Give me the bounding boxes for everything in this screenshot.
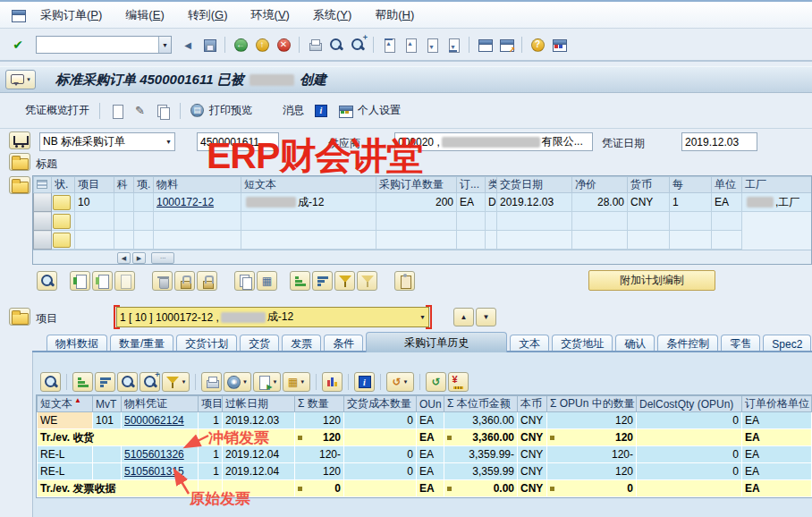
- copy-document-icon[interactable]: [150, 101, 175, 121]
- duplicate-icon[interactable]: [234, 271, 255, 291]
- sort-asc-icon[interactable]: [72, 372, 93, 392]
- print-preview-button[interactable]: ▤打印预览: [185, 100, 258, 121]
- layout-icon[interactable]: ▦▼: [283, 372, 310, 392]
- customize-icon[interactable]: [549, 35, 569, 55]
- new-session-icon[interactable]: [475, 35, 495, 55]
- column-header-opun-quantity[interactable]: Σ OPUn 中的数量: [547, 396, 637, 412]
- previous-item-button[interactable]: ▲: [453, 308, 474, 326]
- material-document-link[interactable]: 5000062124: [124, 414, 184, 427]
- next-item-button[interactable]: ▼: [476, 308, 496, 326]
- column-header[interactable]: 工厂: [742, 177, 812, 193]
- last-page-icon[interactable]: ▼: [444, 35, 463, 55]
- exit-icon[interactable]: ↑: [252, 35, 272, 55]
- unlock-icon[interactable]: [197, 271, 217, 291]
- scroll-right-icon[interactable]: ▶: [132, 252, 146, 264]
- find-next-icon[interactable]: +: [348, 35, 368, 55]
- item-display-icon[interactable]: [92, 271, 113, 291]
- column-header-delcost-qty-opun[interactable]: DelCostQty (OPUn): [637, 396, 742, 412]
- tab-po-history[interactable]: 采购订单历史: [366, 332, 507, 352]
- column-header-posting-date[interactable]: 过帐日期: [223, 396, 295, 412]
- menu-item[interactable]: 编辑(E): [114, 7, 175, 23]
- first-page-icon[interactable]: ▲: [379, 35, 399, 55]
- tab-spec2000[interactable]: Spec2: [763, 335, 811, 352]
- column-header[interactable]: 交货日期: [497, 177, 572, 193]
- filter-icon[interactable]: [334, 271, 355, 291]
- column-header[interactable]: 订...: [457, 177, 486, 193]
- status-cell[interactable]: [52, 231, 75, 250]
- sort-asc-icon[interactable]: [290, 271, 310, 291]
- shortcut-icon[interactable]: ↗: [496, 35, 516, 55]
- clipboard-icon[interactable]: [394, 271, 415, 291]
- scrollbar-grip[interactable]: ∙∙∙: [151, 252, 174, 264]
- sort-desc-icon[interactable]: [312, 271, 333, 291]
- item-selector-combo[interactable]: 1 [ 10 ] 1000172-12 , 成-12 ▼: [116, 307, 429, 327]
- find-icon[interactable]: [117, 372, 138, 392]
- scroll-left-icon[interactable]: ◀: [117, 252, 131, 264]
- detail-mag-icon[interactable]: [40, 372, 61, 392]
- previous-page-icon[interactable]: ▲: [401, 35, 420, 55]
- column-header-quantity[interactable]: Σ 数量: [295, 396, 344, 412]
- menu-item[interactable]: 环境(V): [240, 7, 301, 23]
- column-header-order-unit[interactable]: OUn: [417, 396, 444, 412]
- gos-menu-button[interactable]: ▼: [5, 70, 36, 89]
- column-header[interactable]: 项目: [75, 177, 114, 193]
- column-header-item[interactable]: 项目: [199, 396, 223, 412]
- column-header[interactable]: 单位: [712, 177, 742, 193]
- enter-icon[interactable]: ✔: [8, 35, 28, 55]
- order-type-combo[interactable]: NB 标准采购订单▼: [39, 132, 175, 151]
- print-icon[interactable]: [305, 35, 325, 55]
- column-header-local-currency[interactable]: 本币: [518, 396, 547, 412]
- next-page-icon[interactable]: ▼: [422, 35, 442, 55]
- find-icon[interactable]: [326, 35, 346, 55]
- tab-confirmations[interactable]: 确认: [615, 335, 655, 352]
- cancel-icon[interactable]: ✕: [274, 35, 293, 55]
- info-grid-icon[interactable]: i: [354, 372, 375, 392]
- tab-quantity-weight[interactable]: 数量/重量: [110, 335, 173, 352]
- tab-delivery[interactable]: 交货: [240, 335, 279, 352]
- services-info-icon[interactable]: i: [309, 102, 333, 120]
- messages-button[interactable]: 消息: [277, 100, 309, 121]
- document-overview-button[interactable]: 凭证概览打开: [20, 100, 95, 121]
- window-menu-icon[interactable]: [8, 5, 28, 25]
- item-grid-hscrollbar[interactable]: ◀ ▶ ∙∙∙: [33, 250, 811, 265]
- delete-row-icon[interactable]: [152, 271, 173, 291]
- header-expand-button[interactable]: [9, 153, 30, 171]
- item-detail-icon[interactable]: [70, 271, 90, 291]
- material-document-link[interactable]: 5105601315: [124, 465, 184, 478]
- table-settings-icon[interactable]: ▦: [257, 271, 277, 291]
- supplier-field[interactable]: 000020 ,有限公...: [394, 132, 593, 151]
- filter-icon[interactable]: ▼: [162, 372, 190, 392]
- collapse-command-icon[interactable]: ◀: [178, 35, 198, 55]
- views-icon[interactable]: ◉▼: [224, 372, 251, 392]
- edit-pencil-icon[interactable]: ✎: [130, 101, 150, 120]
- detail-mag-icon[interactable]: [37, 271, 57, 291]
- column-header[interactable]: 状.: [52, 177, 75, 193]
- header-tab-label[interactable]: 标题: [36, 157, 57, 172]
- help-icon[interactable]: ?: [528, 35, 547, 55]
- menu-item[interactable]: 转到(G): [176, 7, 240, 23]
- status-cell[interactable]: [52, 212, 75, 231]
- status-cell[interactable]: [52, 193, 75, 212]
- refresh-icon[interactable]: ↺: [426, 372, 446, 392]
- row-selector[interactable]: [34, 212, 52, 231]
- print-icon[interactable]: [201, 372, 222, 392]
- select-all-icon[interactable]: [34, 177, 52, 193]
- command-field[interactable]: ▼: [36, 36, 172, 54]
- column-header-short-text[interactable]: 短文本▲: [38, 396, 93, 412]
- currency-icon[interactable]: ¥: [448, 372, 469, 392]
- sort-desc-icon[interactable]: [95, 372, 115, 392]
- column-header[interactable]: 科: [114, 177, 134, 193]
- menu-item[interactable]: 帮助(H): [363, 7, 426, 23]
- back-icon[interactable]: ←: [231, 35, 250, 55]
- tab-condition-control[interactable]: 条件控制: [657, 335, 718, 352]
- cart-button[interactable]: [9, 131, 30, 149]
- tab-texts[interactable]: 文本: [510, 335, 549, 352]
- command-dropdown-icon[interactable]: ▼: [158, 37, 171, 53]
- tab-delivery-schedule[interactable]: 交货计划: [176, 335, 237, 352]
- item-gray-icon[interactable]: [114, 271, 135, 291]
- lock-icon[interactable]: [174, 271, 195, 291]
- row-selector[interactable]: [34, 193, 52, 212]
- material-link[interactable]: 1000172-12: [156, 196, 214, 208]
- create-document-icon[interactable]: [105, 101, 130, 121]
- additional-planning-button[interactable]: 附加计划编制: [588, 270, 715, 291]
